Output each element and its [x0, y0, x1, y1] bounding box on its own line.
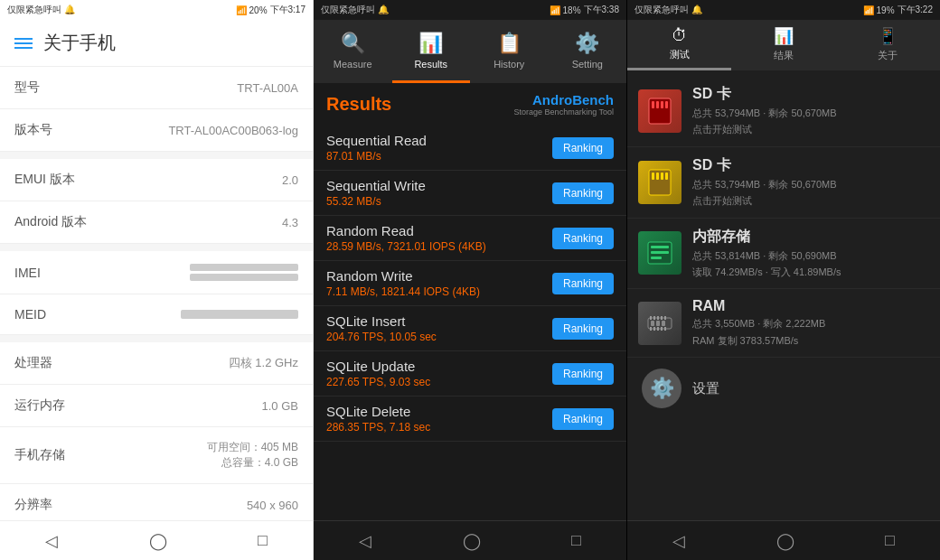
value-imei-2 [190, 274, 298, 281]
internal-name: 内部存储 [692, 228, 929, 247]
ranking-btn-rand-read[interactable]: Ranking [552, 228, 614, 249]
svg-rect-21 [661, 316, 663, 320]
page-title-p1: 关于手机 [43, 31, 116, 55]
home-button-p3[interactable]: ◯ [758, 524, 813, 558]
value-storage: 可用空间：405 MB 总容量：4.0 GB [207, 440, 298, 471]
ranking-btn-rand-write[interactable]: Ranking [552, 273, 614, 294]
storage-total: 总容量：4.0 GB [207, 455, 298, 471]
bench-row-sqlite-delete: SQLite Delete 286.35 TPS, 7.18 sec Ranki… [314, 397, 626, 442]
tab-setting[interactable]: ⚙️ Setting [549, 20, 627, 83]
tab-test[interactable]: ⏱ 测试 [627, 20, 731, 70]
bench-name-seq-write: Sequential Write [326, 178, 426, 193]
info-row-android: Android 版本 4.3 [0, 201, 313, 244]
settings-item[interactable]: ⚙️ 设置 [627, 358, 940, 419]
storage-test-content: SD 卡 总共 53,794MB · 剩余 50,670MB 点击开始测试 SD… [627, 70, 940, 520]
tab-setting-label: Setting [572, 59, 603, 70]
value-ram: 1.0 GB [262, 399, 298, 413]
svg-rect-24 [653, 327, 655, 331]
svg-rect-25 [657, 327, 659, 331]
storage-test-tabs: ⏱ 测试 📊 结果 📱 关于 [627, 20, 940, 70]
svg-rect-12 [651, 251, 669, 254]
back-button-p3[interactable]: ◁ [654, 524, 703, 558]
tab-measure[interactable]: 🔍 Measure [314, 20, 392, 83]
storage-item-ram[interactable]: RAM 总共 3,550MB · 剩余 2,222MB RAM 复制 3783.… [627, 289, 940, 358]
internal-detail1: 总共 53,814MB · 剩余 50,690MB [692, 249, 929, 263]
svg-rect-6 [652, 173, 654, 180]
ranking-btn-sqlite-update[interactable]: Ranking [552, 363, 614, 385]
ranking-btn-sqlite-insert[interactable]: Ranking [552, 318, 614, 340]
storage-item-sd1[interactable]: SD 卡 总共 53,794MB · 剩余 50,670MB 点击开始测试 [627, 76, 940, 147]
svg-rect-4 [665, 101, 668, 108]
menu-line1 [14, 38, 33, 40]
sd2-name: SD 卡 [692, 156, 929, 175]
about-phone-content: 型号 TRT-AL00A 版本号 TRT-AL00AC00B063-log EM… [0, 67, 313, 520]
bench-name-rand-read: Random Read [326, 223, 486, 238]
storage-item-sd2[interactable]: SD 卡 总共 53,794MB · 剩余 50,670MB 点击开始测试 [627, 147, 940, 219]
svg-rect-11 [651, 246, 669, 248]
back-button-p2[interactable]: ◁ [341, 524, 390, 558]
bench-name-rand-write: Random Write [326, 268, 480, 284]
tab-about[interactable]: 📱 关于 [836, 20, 940, 70]
tab-results[interactable]: 📊 Results [392, 20, 471, 83]
back-button-p1[interactable]: ◁ [27, 524, 76, 558]
results-icon-p3: 📊 [774, 26, 794, 46]
bench-row-seq-write: Sequential Write 55.32 MB/s Ranking [314, 171, 626, 216]
history-icon: 📋 [497, 32, 522, 55]
storage-item-internal[interactable]: 内部存储 总共 53,814MB · 剩余 50,690MB 读取 74.29M… [627, 219, 940, 290]
sd2-detail1: 总共 53,794MB · 剩余 50,670MB [692, 178, 929, 191]
time-p3: 下午3:22 [898, 4, 933, 16]
recent-button-p1[interactable]: □ [240, 524, 286, 557]
results-title: Results [326, 94, 391, 115]
ram-detail2: RAM 复制 3783.57MB/s [692, 334, 929, 348]
home-button-p2[interactable]: ◯ [445, 524, 499, 558]
svg-rect-17 [662, 321, 665, 326]
bench-name-sqlite-delete: SQLite Delete [326, 404, 430, 419]
tab-results-label: Results [414, 59, 447, 70]
bench-info-seq-write: Sequential Write 55.32 MB/s [326, 178, 426, 208]
battery-text-p3: 19% [877, 5, 895, 15]
svg-rect-9 [665, 173, 668, 180]
home-button-p1[interactable]: ◯ [131, 524, 185, 558]
battery-text-p1: 20% [249, 5, 268, 15]
svg-rect-7 [656, 173, 659, 180]
time-p2: 下午3:38 [584, 4, 619, 16]
tab-measure-label: Measure [334, 59, 372, 70]
panel-androbench: 仅限紧急呼叫 🔔 📶 18% 下午3:38 🔍 Measure 📊 Result… [314, 0, 627, 560]
info-row-meid: MEID [0, 294, 313, 335]
bench-info-sqlite-insert: SQLite Insert 204.76 TPS, 10.05 sec [326, 313, 437, 343]
svg-rect-27 [664, 327, 666, 331]
label-cpu: 处理器 [14, 355, 52, 371]
menu-icon[interactable] [14, 38, 33, 49]
statusbar-panel1: 仅限紧急呼叫 🔔 📶 20% 下午3:17 [0, 0, 313, 20]
internal-icon [638, 231, 682, 275]
bench-name-seq-read: Sequential Read [326, 133, 427, 148]
recent-button-p3[interactable]: □ [867, 524, 913, 557]
ranking-btn-seq-read[interactable]: Ranking [552, 137, 614, 159]
bench-row-sqlite-update: SQLite Update 227.65 TPS, 9.03 sec Ranki… [314, 351, 626, 397]
ranking-btn-seq-write[interactable]: Ranking [552, 182, 614, 204]
results-header: Results AndroBench Storage Benchmarking … [314, 83, 626, 122]
tab-history[interactable]: 📋 History [470, 20, 549, 83]
setting-icon: ⚙️ [575, 32, 599, 55]
ram-icon [638, 302, 682, 345]
info-row-resolution: 分辨率 540 x 960 [0, 484, 313, 520]
logo-bench: Bench [572, 92, 614, 107]
menu-line3 [14, 47, 33, 49]
bench-value-rand-read: 28.59 MB/s, 7321.01 IOPS (4KB) [326, 240, 486, 253]
recent-button-p2[interactable]: □ [553, 524, 599, 557]
statusbar-left-p1: 仅限紧急呼叫 🔔 [7, 4, 75, 16]
bench-value-seq-read: 87.01 MB/s [326, 150, 427, 163]
svg-rect-8 [661, 173, 663, 180]
label-ram: 运行内存 [14, 397, 65, 414]
benchmarks-list: Sequential Read 87.01 MB/s Ranking Seque… [314, 122, 626, 520]
svg-rect-22 [664, 316, 666, 320]
svg-rect-26 [661, 327, 663, 331]
bench-value-sqlite-delete: 286.35 TPS, 7.18 sec [326, 421, 430, 434]
ranking-btn-sqlite-delete[interactable]: Ranking [552, 408, 614, 430]
bench-row-rand-write: Random Write 7.11 MB/s, 1821.44 IOPS (4K… [314, 261, 626, 306]
tab-test-label: 测试 [670, 48, 690, 61]
svg-rect-18 [650, 316, 652, 320]
info-row-cpu: 处理器 四核 1.2 GHz [0, 342, 313, 385]
menu-line2 [14, 42, 33, 44]
tab-results-p3[interactable]: 📊 结果 [731, 20, 835, 70]
